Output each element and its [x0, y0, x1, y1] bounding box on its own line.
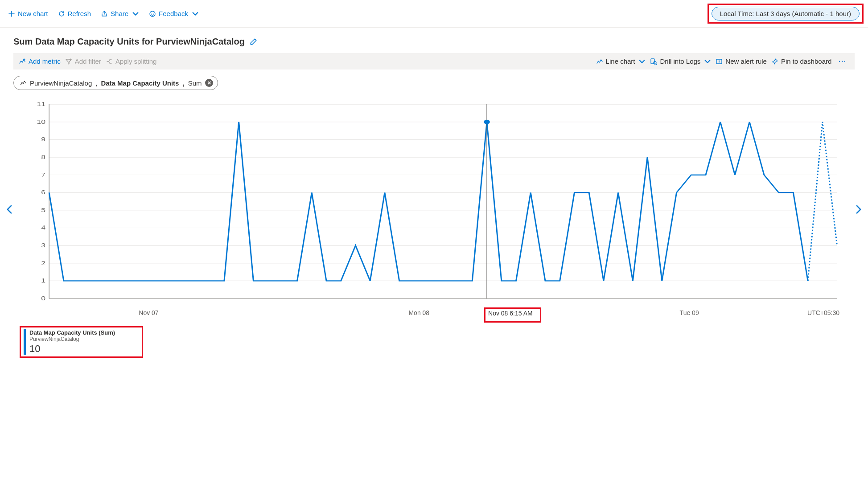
refresh-label: Refresh	[68, 10, 91, 17]
share-icon	[101, 10, 108, 17]
chip-remove-button[interactable]: ✕	[205, 79, 213, 87]
svg-point-6	[21, 84, 21, 85]
svg-point-8	[23, 83, 24, 84]
hover-timestamp: Nov 08 6:15 AM	[488, 310, 533, 317]
plus-icon	[8, 10, 15, 17]
svg-point-7	[22, 82, 23, 83]
svg-point-37	[484, 120, 490, 124]
apply-splitting-button: Apply splitting	[106, 57, 157, 65]
feedback-button[interactable]: Feedback	[145, 8, 202, 19]
chevron-down-icon	[132, 10, 139, 17]
chart-type-label: Line chart	[606, 57, 635, 65]
chevron-down-icon	[638, 58, 646, 65]
svg-text:3: 3	[41, 242, 45, 248]
chevron-down-icon	[704, 58, 711, 65]
line-chart-icon	[596, 58, 603, 65]
more-actions-button[interactable]: ···	[836, 58, 849, 65]
chip-aggregation: Sum	[188, 79, 202, 87]
svg-text:10: 10	[37, 119, 45, 125]
svg-point-0	[150, 11, 155, 16]
svg-point-9	[24, 81, 25, 82]
time-range-label: Local Time: Last 3 days (Automatic - 1 h…	[720, 10, 851, 17]
pin-dashboard-button[interactable]: Pin to dashboard	[771, 57, 831, 65]
pin-icon	[771, 58, 778, 65]
apply-splitting-label: Apply splitting	[115, 57, 157, 65]
svg-rect-3	[651, 59, 654, 64]
legend-card[interactable]: Data Map Capacity Units (Sum) PurviewNin…	[20, 326, 143, 358]
svg-point-2	[153, 12, 154, 13]
chart-title: Sum Data Map Capacity Units for PurviewN…	[13, 37, 245, 47]
new-alert-label: New alert rule	[725, 57, 767, 65]
chart-stage: 01234567891011 UTC+05:30 Nov 07Mon 08Tue…	[6, 102, 862, 320]
filter-icon	[65, 58, 72, 65]
svg-point-10	[25, 82, 26, 83]
x-axis: UTC+05:30 Nov 07Mon 08Tue 09	[29, 309, 839, 320]
line-chart[interactable]: 01234567891011	[29, 102, 839, 307]
legend-row: Data Map Capacity Units (Sum) PurviewNin…	[20, 326, 855, 358]
time-range-highlight: Local Time: Last 3 days (Automatic - 1 h…	[708, 4, 864, 24]
smiley-icon	[149, 10, 156, 17]
chart-type-button[interactable]: Line chart	[596, 57, 646, 65]
drill-logs-button[interactable]: Drill into Logs	[650, 57, 711, 65]
svg-text:7: 7	[41, 172, 45, 178]
refresh-icon	[58, 10, 65, 17]
top-toolbar: New chart Refresh Share Feedback Local T…	[0, 0, 868, 28]
add-metric-icon	[19, 58, 26, 65]
svg-text:1: 1	[41, 278, 45, 284]
add-metric-label: Add metric	[29, 57, 61, 65]
svg-text:0: 0	[41, 295, 45, 301]
metric-chip-row: PurviewNinjaCatalog, Data Map Capacity U…	[0, 70, 868, 93]
add-filter-label: Add filter	[75, 57, 101, 65]
edit-icon[interactable]	[249, 38, 257, 46]
drill-logs-label: Drill into Logs	[660, 57, 700, 65]
svg-text:4: 4	[41, 225, 45, 231]
svg-text:2: 2	[41, 260, 45, 266]
logs-icon	[650, 58, 657, 65]
hover-timestamp-highlight: Nov 08 6:15 AM	[484, 307, 541, 323]
svg-text:11: 11	[37, 102, 45, 107]
new-alert-button[interactable]: New alert rule	[716, 57, 767, 65]
x-tick-label: Tue 09	[680, 309, 699, 316]
new-chart-button[interactable]: New chart	[4, 8, 52, 19]
chart-title-row: Sum Data Map Capacity Units for PurviewN…	[0, 28, 868, 53]
chip-metric: Data Map Capacity Units	[101, 79, 179, 87]
metric-icon	[20, 80, 26, 86]
chart-toolbar: Add metric Add filter Apply splitting Li…	[13, 53, 855, 70]
feedback-label: Feedback	[159, 10, 188, 17]
add-filter-button: Add filter	[65, 57, 101, 65]
x-tick-label: Nov 07	[139, 309, 158, 316]
refresh-button[interactable]: Refresh	[54, 8, 95, 19]
svg-point-1	[151, 12, 152, 13]
svg-text:5: 5	[41, 207, 45, 213]
svg-text:6: 6	[41, 189, 45, 195]
alert-icon	[716, 58, 723, 65]
x-tick-label: Mon 08	[408, 309, 429, 316]
next-time-button[interactable]	[853, 202, 864, 220]
pin-dashboard-label: Pin to dashboard	[781, 57, 831, 65]
prev-time-button[interactable]	[4, 202, 15, 220]
add-metric-button[interactable]: Add metric	[19, 57, 61, 65]
legend-subtitle: PurviewNinjaCatalog	[29, 336, 115, 342]
svg-text:8: 8	[41, 154, 45, 160]
legend-title: Data Map Capacity Units (Sum)	[29, 329, 115, 336]
split-icon	[106, 58, 113, 65]
chevron-down-icon	[192, 10, 199, 17]
share-label: Share	[111, 10, 128, 17]
new-chart-label: New chart	[18, 10, 48, 17]
chip-resource: PurviewNinjaCatalog	[30, 79, 92, 87]
legend-value: 10	[29, 343, 115, 355]
time-range-button[interactable]: Local Time: Last 3 days (Automatic - 1 h…	[712, 7, 860, 20]
svg-text:9: 9	[41, 136, 45, 143]
metric-chip[interactable]: PurviewNinjaCatalog, Data Map Capacity U…	[13, 76, 218, 90]
share-button[interactable]: Share	[97, 8, 143, 19]
timezone-label: UTC+05:30	[807, 309, 839, 316]
